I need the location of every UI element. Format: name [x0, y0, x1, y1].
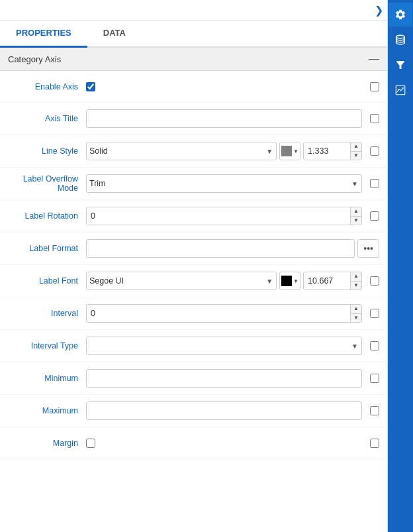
line-width-down-button[interactable]: ▼	[351, 152, 361, 160]
interval-type-label: Interval Type	[0, 341, 86, 350]
enable-axis-label: Enable Axis	[0, 82, 86, 91]
top-bar: ❯	[0, 0, 387, 21]
label-font-size-up-button[interactable]: ▲	[351, 272, 361, 282]
margin-control	[86, 439, 379, 448]
line-style-select[interactable]: Solid Dashed Dotted	[86, 142, 277, 160]
sidebar-chart-icon[interactable]	[389, 78, 412, 102]
right-sidebar	[388, 0, 413, 532]
label-rotation-checkbox[interactable]	[370, 211, 379, 221]
interval-input[interactable]: 0	[87, 305, 350, 322]
tabs-header: PROPERTIES DATA	[0, 21, 387, 48]
label-font-color-swatch[interactable]: ▼	[279, 272, 300, 290]
axis-title-input[interactable]: Month	[86, 109, 362, 128]
label-rotation-label: Label Rotation	[0, 211, 86, 221]
expand-button[interactable]: ❯	[371, 1, 387, 19]
maximum-label: Maximum	[0, 406, 86, 415]
line-style-checkbox[interactable]	[370, 146, 379, 156]
label-font-label: Label Font	[0, 276, 86, 286]
label-rotation-input[interactable]: 0	[87, 207, 350, 225]
label-font-control: Segoe UI Arial Times New Roman ▼ ▼ 10.66…	[86, 272, 379, 290]
label-font-size-spinner: 10.667 ▲ ▼	[303, 272, 362, 290]
label-overflow-select[interactable]: Trim Ellipsis None	[86, 174, 362, 193]
enable-axis-checkbox[interactable]	[86, 82, 95, 91]
prop-maximum: Maximum	[0, 395, 387, 427]
label-format-input[interactable]	[86, 239, 355, 258]
tab-properties[interactable]: PROPERTIES	[0, 21, 87, 48]
label-format-label: Label Format	[0, 244, 86, 253]
collapse-icon[interactable]: —	[369, 53, 379, 65]
line-color-chevron-icon: ▼	[293, 148, 298, 154]
section-header: Category Axis —	[0, 48, 387, 71]
interval-spinner: 0 ▲ ▼	[86, 304, 362, 323]
sidebar-settings-icon[interactable]	[389, 3, 412, 27]
svg-point-2	[402, 87, 404, 89]
label-font-color-box	[281, 276, 292, 286]
margin-extra-checkbox[interactable]	[370, 439, 379, 448]
margin-checkbox[interactable]	[86, 439, 95, 448]
prop-interval-type: Interval Type Day Month Year ▼	[0, 330, 387, 362]
prop-interval: Interval 0 ▲ ▼	[0, 297, 387, 330]
interval-type-select[interactable]: Day Month Year	[86, 337, 362, 355]
axis-title-control: Month	[86, 109, 379, 128]
label-rotation-spinner-buttons: ▲ ▼	[350, 207, 361, 225]
interval-up-button[interactable]: ▲	[351, 305, 361, 314]
tab-data[interactable]: DATA	[87, 21, 142, 48]
line-color-box	[281, 146, 292, 156]
prop-label-overflow: Label Overflow Mode Trim Ellipsis None ▼	[0, 168, 387, 200]
line-style-control: Solid Dashed Dotted ▼ ▼ 1.333 ▲	[86, 142, 379, 160]
interval-down-button[interactable]: ▼	[351, 314, 361, 323]
enable-axis-extra-checkbox[interactable]	[370, 82, 379, 91]
interval-label: Interval	[0, 309, 86, 318]
label-rotation-spinner: 0 ▲ ▼	[86, 207, 362, 225]
line-width-spinner: 1.333 ▲ ▼	[303, 142, 362, 160]
maximum-checkbox[interactable]	[370, 406, 379, 415]
prop-minimum: Minimum	[0, 362, 387, 395]
enable-axis-control	[86, 82, 379, 91]
svg-point-0	[396, 35, 404, 38]
margin-label: Margin	[0, 439, 86, 448]
interval-type-checkbox[interactable]	[370, 341, 379, 350]
prop-axis-title: Axis Title Month	[0, 103, 387, 135]
label-format-dots-button[interactable]: •••	[357, 239, 379, 258]
prop-label-format: Label Format •••	[0, 233, 387, 265]
label-overflow-label: Label Overflow Mode	[0, 174, 86, 193]
sidebar-filter-icon[interactable]	[389, 53, 412, 77]
line-width-input[interactable]: 1.333	[304, 142, 350, 160]
prop-margin: Margin	[0, 427, 387, 459]
chart-icon	[394, 84, 406, 96]
label-font-size-input[interactable]: 10.667	[304, 272, 350, 290]
prop-line-style: Line Style Solid Dashed Dotted ▼ ▼	[0, 135, 387, 168]
main-panel: ❯ PROPERTIES DATA Category Axis — Enable…	[0, 0, 388, 532]
line-width-spinner-buttons: ▲ ▼	[350, 142, 361, 160]
axis-title-label: Axis Title	[0, 114, 86, 123]
minimum-input[interactable]	[86, 369, 362, 388]
label-format-control: •••	[86, 239, 379, 258]
filter-icon	[394, 59, 406, 71]
interval-control: 0 ▲ ▼	[86, 304, 379, 323]
gear-icon	[394, 9, 406, 21]
label-font-color-chevron-icon: ▼	[293, 278, 298, 284]
database-icon	[394, 34, 406, 46]
interval-spinner-buttons: ▲ ▼	[350, 305, 361, 322]
label-rotation-control: 0 ▲ ▼	[86, 207, 379, 225]
label-rotation-up-button[interactable]: ▲	[351, 207, 361, 217]
line-style-label: Line Style	[0, 146, 86, 156]
label-overflow-control: Trim Ellipsis None ▼	[86, 174, 379, 193]
label-font-checkbox[interactable]	[370, 276, 379, 286]
minimum-control	[86, 369, 379, 388]
label-overflow-checkbox[interactable]	[370, 179, 379, 188]
maximum-input[interactable]	[86, 401, 362, 420]
line-color-swatch[interactable]: ▼	[279, 142, 300, 160]
sidebar-database-icon[interactable]	[389, 28, 412, 52]
section-title: Category Axis	[8, 54, 61, 64]
label-font-select[interactable]: Segoe UI Arial Times New Roman	[86, 272, 277, 290]
interval-checkbox[interactable]	[370, 309, 379, 318]
axis-title-checkbox[interactable]	[370, 114, 379, 123]
label-font-size-spinner-buttons: ▲ ▼	[350, 272, 361, 290]
prop-label-font: Label Font Segoe UI Arial Times New Roma…	[0, 265, 387, 297]
label-font-size-down-button[interactable]: ▼	[351, 282, 361, 290]
minimum-checkbox[interactable]	[370, 374, 379, 383]
line-width-up-button[interactable]: ▲	[351, 142, 361, 152]
label-rotation-down-button[interactable]: ▼	[351, 217, 361, 225]
prop-label-rotation: Label Rotation 0 ▲ ▼	[0, 200, 387, 233]
